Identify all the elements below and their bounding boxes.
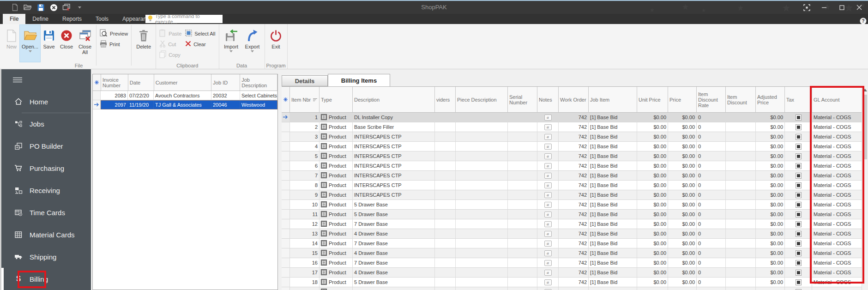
- billing-column-serial-number[interactable]: Serial Number: [508, 87, 537, 113]
- invoice-row[interactable]: 208307/22/20Avouch Contractors20032Selec…: [93, 91, 277, 100]
- notes-editor-button[interactable]: a: [544, 153, 552, 159]
- notes-editor-button[interactable]: a: [544, 241, 552, 247]
- preview-button[interactable]: Preview: [98, 28, 130, 39]
- tax-checkbox[interactable]: [796, 115, 802, 121]
- notes-editor-button[interactable]: a: [544, 124, 552, 130]
- menu-item-tools[interactable]: Tools: [89, 14, 115, 24]
- billing-item-row[interactable]: 16Product7 Drawer Basea742[1] Base Bid$0…: [282, 258, 862, 268]
- invoice-column-customer[interactable]: Customer: [154, 74, 212, 91]
- menu-item-reports[interactable]: Reports: [55, 14, 89, 24]
- billing-item-row[interactable]: 17Product4 Drawer Basea742[1] Base Bid$0…: [282, 268, 862, 278]
- select-all-button[interactable]: Select All: [183, 28, 217, 39]
- close-all-button[interactable]: Close All: [75, 25, 95, 62]
- billing-item-row[interactable]: 19Product5 Drawer Basea742[1] Base Bid$0…: [282, 287, 862, 290]
- notes-editor-button[interactable]: a: [544, 250, 552, 256]
- exit-button[interactable]: Exit: [266, 25, 286, 62]
- tax-checkbox[interactable]: [796, 144, 802, 150]
- hamburger-menu-icon[interactable]: [12, 76, 23, 85]
- billing-column-gl-account[interactable]: GL Account: [812, 87, 862, 113]
- notes-editor-button[interactable]: a: [544, 182, 552, 188]
- notes-editor-button[interactable]: a: [544, 221, 552, 227]
- notes-editor-button[interactable]: a: [544, 163, 552, 169]
- billing-column-unit-price[interactable]: Unit Price: [637, 87, 668, 113]
- tab-details[interactable]: Details: [282, 75, 328, 86]
- billing-item-row[interactable]: 11Product5 Drawer Basea742[1] Base Bid$0…: [282, 210, 862, 219]
- billing-item-row[interactable]: 15Product4 Drawer Basea742[1] Base Bid$0…: [282, 248, 862, 258]
- menu-item-define[interactable]: Define: [25, 14, 55, 24]
- notes-editor-button[interactable]: a: [544, 279, 552, 285]
- billing-item-row[interactable]: 12Product7 Drawer Basea742[1] Base Bid$0…: [282, 219, 862, 229]
- billing-column-notes[interactable]: Notes: [537, 87, 559, 113]
- tax-checkbox[interactable]: [796, 221, 802, 227]
- billing-column-description[interactable]: Description: [353, 87, 435, 113]
- minimize-button[interactable]: [815, 1, 833, 14]
- billing-item-row[interactable]: 2ProductBase Scribe Fillera742[1] Base B…: [282, 122, 862, 132]
- notes-editor-button[interactable]: a: [544, 192, 552, 198]
- sidebar-item-billing[interactable]: $Billing: [1, 268, 91, 290]
- billing-column-item-nbr[interactable]: Item Nbr: [290, 87, 319, 113]
- close-button[interactable]: [850, 1, 868, 14]
- invoice-column-job-id[interactable]: Job ID: [211, 74, 240, 91]
- scroll-thumb[interactable]: [863, 95, 867, 159]
- sidebar-item-jobs[interactable]: Jobs: [1, 113, 91, 135]
- billing-item-row[interactable]: 5ProductINTERSCAPES CTPa742[1] Base Bid$…: [282, 151, 862, 161]
- maximize-button[interactable]: [833, 1, 850, 14]
- clear-button[interactable]: Clear: [183, 39, 217, 49]
- save-button[interactable]: Save: [40, 25, 58, 62]
- billing-item-row[interactable]: 14Product7 Drawer Basea742[1] Base Bid$0…: [282, 239, 862, 248]
- notes-editor-button[interactable]: a: [544, 231, 552, 237]
- billing-column-item-discount-rate[interactable]: Item Discount Rate: [697, 87, 726, 113]
- billing-item-row[interactable]: 3ProductINTERSCAPES CTPa742[1] Base Bid$…: [282, 132, 862, 142]
- sidebar-item-receiving[interactable]: Receiving: [1, 179, 91, 201]
- billing-column-price[interactable]: Price: [668, 87, 697, 113]
- tax-checkbox[interactable]: [796, 231, 802, 237]
- tax-checkbox[interactable]: [796, 124, 802, 130]
- sidebar-item-shipping[interactable]: Shipping: [1, 246, 91, 268]
- tax-checkbox[interactable]: [796, 153, 802, 159]
- sidebar-item-po-builder[interactable]: PO Builder: [1, 135, 91, 157]
- notes-editor-button[interactable]: a: [544, 260, 552, 266]
- sidebar-item-time-cards[interactable]: Time Cards: [1, 201, 91, 224]
- invoice-column-invoice-number[interactable]: Invoice Number: [101, 74, 128, 91]
- notes-editor-button[interactable]: a: [544, 134, 552, 140]
- tax-checkbox[interactable]: [796, 182, 802, 188]
- invoice-column-date[interactable]: Date: [128, 74, 154, 91]
- tax-checkbox[interactable]: [796, 163, 802, 169]
- billing-column-job-item[interactable]: Job Item: [589, 87, 637, 113]
- billing-item-row[interactable]: 18Product5 Drawer Basea742[1] Base Bid$0…: [282, 278, 862, 287]
- billing-column-adjusted-price[interactable]: Adjusted Price: [756, 87, 785, 113]
- tab-billing-items[interactable]: Billing Items: [328, 74, 390, 86]
- tax-checkbox[interactable]: [796, 134, 802, 140]
- notes-editor-button[interactable]: a: [544, 173, 552, 179]
- notes-editor-button[interactable]: a: [544, 270, 552, 276]
- sidebar-item-material-cards[interactable]: Material Cards: [1, 224, 91, 246]
- tax-checkbox[interactable]: [796, 173, 802, 179]
- billing-item-row[interactable]: 6ProductINTERSCAPES CTPa742[1] Base Bid$…: [282, 161, 862, 171]
- billing-column-viders[interactable]: viders: [435, 87, 456, 113]
- scroll-up-icon[interactable]: [862, 86, 868, 93]
- billing-item-row[interactable]: 1ProductDL Installer Copya742[1] Base Bi…: [282, 113, 862, 122]
- tax-checkbox[interactable]: [796, 202, 802, 208]
- billing-column-item-discount[interactable]: Item Discount: [726, 87, 756, 113]
- help-icon[interactable]: ?: [860, 18, 867, 26]
- close-button[interactable]: Close: [58, 25, 75, 62]
- billing-column-piece-description[interactable]: Piece Description: [456, 87, 508, 113]
- invoice-row[interactable]: 209711/19/20TJ Gall & Associates20046Wes…: [93, 100, 277, 109]
- sidebar-item-home[interactable]: Home: [1, 91, 91, 113]
- notes-editor-button[interactable]: a: [544, 211, 552, 218]
- billing-column-work-order[interactable]: Work Order: [559, 87, 589, 113]
- billing-column-type[interactable]: Type: [319, 87, 353, 113]
- tax-checkbox[interactable]: [796, 279, 802, 285]
- export-button[interactable]: Export: [242, 25, 263, 62]
- billing-item-row[interactable]: 7ProductINTERSCAPES CTPa742[1] Base Bid$…: [282, 171, 862, 181]
- import-button[interactable]: Import: [221, 25, 242, 62]
- tax-checkbox[interactable]: [796, 192, 802, 198]
- tax-checkbox[interactable]: [796, 260, 802, 266]
- delete-button[interactable]: Delete: [133, 25, 154, 62]
- tax-checkbox[interactable]: [796, 241, 802, 247]
- menu-item-file[interactable]: File: [3, 14, 25, 24]
- billing-item-row[interactable]: 13Product4 Drawer Basea742[1] Base Bid$0…: [282, 229, 862, 239]
- tax-checkbox[interactable]: [796, 211, 802, 218]
- vertical-scrollbar[interactable]: [862, 86, 868, 290]
- open-button[interactable]: Open...: [20, 25, 40, 62]
